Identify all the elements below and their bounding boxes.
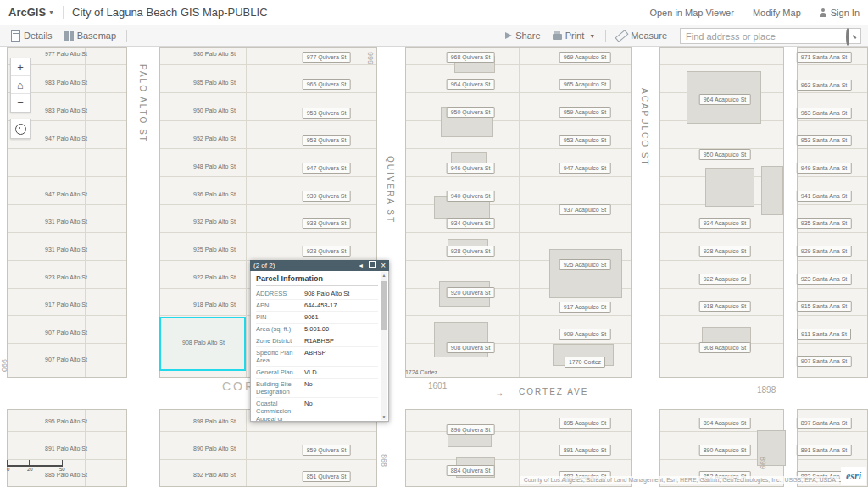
popup-field-row: Zone DistrictR1ABHSP xyxy=(256,335,378,347)
street-label: QUIVERA ST xyxy=(386,156,395,224)
parcel-label: 953 Quivera St xyxy=(303,108,351,119)
sign-in-link[interactable]: Sign In xyxy=(820,8,860,18)
block-number: 868 xyxy=(380,454,388,467)
parcel-label: 965 Acapulco St xyxy=(559,79,611,90)
parcel-line xyxy=(660,64,783,65)
parcel-line xyxy=(160,148,376,149)
parcel-label: 952 Palo Alto St xyxy=(193,135,236,142)
parcel-label: 953 Santa Ana St xyxy=(797,135,852,146)
parcel-line xyxy=(798,459,867,460)
popup-field-row: Coastal Commission Appeal orNo xyxy=(256,398,378,422)
details-button[interactable]: Details xyxy=(11,30,53,42)
home-button[interactable]: ⌂ xyxy=(11,76,30,94)
measure-button[interactable]: Measure xyxy=(616,30,667,41)
parcel-label: 936 Palo Alto St xyxy=(193,191,236,198)
scale-bar: 02050 xyxy=(7,462,66,473)
popup-field-label: PIN xyxy=(256,313,304,321)
parcel-label: 908 Quivera St xyxy=(447,342,495,353)
scale-bar-labels: 02050 xyxy=(7,467,66,473)
popup-body: Parcel Information ADDRESS908 Palo Alto … xyxy=(250,271,389,422)
popup-field-value: 9061 xyxy=(304,313,378,321)
parcel-label: 1724 Cortez xyxy=(405,368,437,376)
street-label: ACAPULCO ST xyxy=(640,88,649,167)
open-in-map-viewer-link[interactable]: Open in Map Viewer xyxy=(649,8,733,18)
map-canvas[interactable]: + ⌂ − 02050 County of Los Angeles, Burea… xyxy=(0,47,868,487)
parcel-label: 932 Palo Alto St xyxy=(193,218,236,225)
parcel-label: 859 Quivera St xyxy=(303,445,351,456)
parcel-label: 971 Santa Ana St xyxy=(797,52,852,63)
parcel-label: 915 Santa Ana St xyxy=(797,301,852,312)
parcel-label: 923 Quivera St xyxy=(303,246,351,257)
parcel-label: 983 Palo Alto St xyxy=(45,79,87,86)
parcel-label: 934 Quivera St xyxy=(447,218,495,229)
modify-map-link[interactable]: Modify Map xyxy=(753,8,801,18)
search-icon xyxy=(846,28,849,46)
maximize-icon[interactable] xyxy=(369,260,376,271)
locate-button[interactable] xyxy=(10,119,31,139)
parcel-label: 928 Quivera St xyxy=(447,246,495,257)
popup-field-label: APN xyxy=(256,302,304,309)
parcel-label: 896 Quivera St xyxy=(447,424,495,435)
parcel-label: 917 Palo Alto St xyxy=(45,301,87,308)
close-icon[interactable]: × xyxy=(381,261,386,271)
basemap-button[interactable]: Basemap xyxy=(64,30,116,41)
parcel-line xyxy=(660,315,783,316)
parcel-line xyxy=(798,288,867,289)
parcel-label: 923 Palo Alto St xyxy=(45,274,87,281)
parcel-line xyxy=(246,410,247,486)
print-icon xyxy=(553,34,562,40)
parcel-label: 917 Acapulco St xyxy=(559,302,611,313)
popup-scrollbar[interactable]: ▲ ▼ xyxy=(381,272,387,420)
parcel-line xyxy=(798,176,867,177)
parcel-label: 920 Quivera St xyxy=(447,287,495,298)
zoom-in-button[interactable]: + xyxy=(11,58,30,76)
popup-field-row: Building Site DesignationNo xyxy=(256,379,378,398)
top-header: ArcGIS ▼ City of Laguna Beach GIS Map-PU… xyxy=(0,0,868,25)
zoom-control-group: + ⌂ − xyxy=(10,58,31,113)
block-number: 999 xyxy=(366,52,375,64)
parcel-line xyxy=(8,232,126,233)
popup-field-label: General Plan xyxy=(256,368,304,376)
zoom-out-button[interactable]: − xyxy=(11,94,30,112)
parcel-label: 948 Palo Alto St xyxy=(193,163,236,170)
parcel-line xyxy=(8,288,126,289)
parcel-label: 911 Santa Ana St xyxy=(797,329,851,340)
esri-logo[interactable]: esri xyxy=(841,467,866,485)
parcel-line xyxy=(85,48,86,377)
scrollbar-thumb[interactable] xyxy=(381,281,387,330)
share-button[interactable]: Share xyxy=(505,30,540,41)
share-icon xyxy=(505,32,512,39)
parcel-line xyxy=(8,176,126,177)
arcgis-logo[interactable]: ArcGIS ▼ xyxy=(8,6,54,19)
building-footprint xyxy=(761,166,783,215)
parcel-label: 907 Santa Ana St xyxy=(797,356,852,367)
search-box xyxy=(680,28,861,44)
parcel-line xyxy=(160,232,376,233)
parcel-label: 983 Palo Alto St xyxy=(45,107,87,114)
toolbar-divider xyxy=(605,30,606,42)
previous-feature-icon[interactable]: ◄ xyxy=(358,260,364,271)
parcel-line xyxy=(160,92,376,93)
popup-field-label: ADDRESS xyxy=(256,290,304,297)
parcel-label: 908 Acapulco St xyxy=(699,342,751,353)
parcel-label: 925 Acapulco St xyxy=(559,259,611,270)
parcel-label: 947 Palo Alto St xyxy=(45,191,87,198)
parcel-line xyxy=(798,315,867,316)
scroll-up-icon[interactable]: ▲ xyxy=(381,273,387,278)
search-input[interactable] xyxy=(680,28,861,44)
caret-down-icon: ▼ xyxy=(589,33,595,39)
print-button[interactable]: Print ▼ xyxy=(553,30,596,41)
search-button[interactable] xyxy=(846,30,860,42)
map-toolbar: Details Basemap Share Print ▼ Measure xyxy=(0,25,868,47)
parcel-label: 925 Palo Alto St xyxy=(193,246,236,253)
popup-field-value: 5,001.00 xyxy=(304,325,378,333)
parcel-label: 918 Acapulco St xyxy=(699,301,751,312)
scroll-down-icon[interactable]: ▼ xyxy=(381,414,387,419)
parcel-label: 969 Acapulco St xyxy=(559,52,611,63)
popup-field-row: ADDRESS908 Palo Alto St xyxy=(256,288,378,300)
parcel-line xyxy=(798,343,867,344)
popup-title: Parcel Information xyxy=(256,274,378,286)
parcel-line xyxy=(798,232,867,233)
page-title: City of Laguna Beach GIS Map-PUBLIC xyxy=(72,6,268,19)
parcel-label: 953 Acapulco St xyxy=(559,135,611,146)
